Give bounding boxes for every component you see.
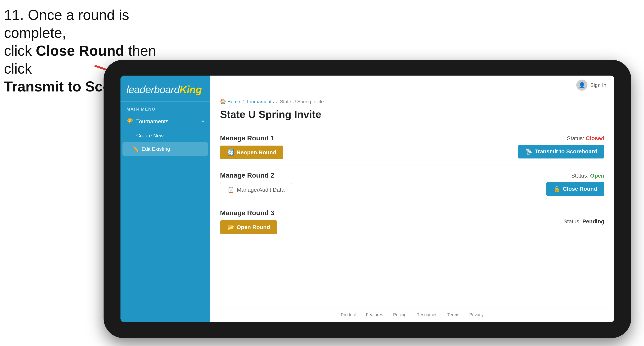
instruction-line1: 11. Once a round is complete,	[4, 7, 129, 41]
close-round-label: Close Round	[563, 186, 597, 192]
breadcrumb: 🏠 Home / Tournaments / State U Spring In…	[210, 95, 614, 106]
transmit-icon: 📡	[525, 148, 532, 155]
page-title: State U Spring Invite	[220, 108, 604, 120]
round-3-status: Status: Pending	[564, 218, 604, 225]
open-round-label: Open Round	[236, 224, 270, 230]
breadcrumb-home[interactable]: 🏠 Home	[220, 99, 240, 104]
sidebar-tournaments-label: Tournaments	[136, 118, 199, 125]
chevron-down-icon: ▾	[202, 119, 204, 124]
edit-icon: ✏️	[132, 146, 139, 152]
tablet-screen: leaderboardKing MAIN MENU 🏆 Tournaments …	[120, 76, 614, 322]
plus-icon: +	[130, 133, 134, 139]
round-1-status-value: Closed	[586, 135, 604, 141]
round-2-right: Status: Open 🔒 Close Round	[546, 173, 604, 196]
round-1-left: Manage Round 1 🔄 Reopen Round	[220, 134, 283, 159]
round-2-title: Manage Round 2	[220, 172, 292, 179]
trophy-icon: 🏆	[126, 118, 134, 125]
open-round-button[interactable]: 📂 Open Round	[220, 220, 277, 234]
round-2-left: Manage Round 2 📋 Manage/Audit Data	[220, 172, 292, 197]
logo-suffix: King	[180, 84, 202, 95]
transmit-to-scoreboard-button[interactable]: 📡 Transmit to Scoreboard	[518, 145, 604, 159]
create-new-label: Create New	[136, 133, 164, 139]
instruction-line2: click	[4, 43, 36, 59]
breadcrumb-sep-1: /	[242, 99, 244, 104]
reopen-round-button[interactable]: 🔄 Reopen Round	[220, 146, 283, 159]
round-1-right: Status: Closed 📡 Transmit to Scoreboard	[518, 135, 604, 159]
manage-audit-data-button[interactable]: 📋 Manage/Audit Data	[220, 183, 292, 197]
app-container: leaderboardKing MAIN MENU 🏆 Tournaments …	[120, 76, 614, 322]
footer-terms[interactable]: Terms	[448, 312, 460, 317]
header-bar: 👤 Sign In	[210, 76, 614, 95]
sign-in-label: Sign In	[590, 82, 606, 88]
footer: Product Features Pricing Resources Terms…	[210, 307, 614, 322]
page-content: State U Spring Invite Manage Round 1 🔄 R…	[210, 106, 614, 307]
logo: leaderboardKing	[126, 84, 204, 95]
manage-audit-data-label: Manage/Audit Data	[237, 187, 284, 193]
sidebar-item-create-new[interactable]: + Create New	[120, 129, 210, 142]
sidebar-item-edit-existing[interactable]: ✏️ Edit Existing	[122, 142, 208, 156]
round-3-section: Manage Round 3 📂 Open Round Status: Pend…	[220, 203, 604, 240]
transmit-to-scoreboard-label: Transmit to Scoreboard	[535, 148, 597, 155]
round-2-status-value: Open	[590, 173, 604, 179]
tablet-device: leaderboardKing MAIN MENU 🏆 Tournaments …	[104, 60, 631, 338]
round-3-right: Status: Pending	[564, 218, 604, 225]
breadcrumb-current: State U Spring Invite	[280, 99, 324, 104]
footer-resources[interactable]: Resources	[416, 312, 437, 317]
reopen-icon: 🔄	[227, 149, 234, 156]
round-1-status: Status: Closed	[567, 135, 604, 142]
audit-icon: 📋	[228, 186, 234, 193]
footer-product[interactable]: Product	[341, 312, 356, 317]
sidebar-item-tournaments[interactable]: 🏆 Tournaments ▾	[120, 114, 210, 129]
close-round-button[interactable]: 🔒 Close Round	[546, 182, 604, 196]
round-3-title: Manage Round 3	[220, 209, 277, 217]
lock-icon: 🔒	[554, 186, 560, 192]
round-3-left: Manage Round 3 📂 Open Round	[220, 209, 277, 234]
sidebar-nav: 🏆 Tournaments ▾ + Create New ✏️ Edit Exi…	[120, 114, 210, 156]
sidebar-logo: leaderboardKing	[120, 76, 210, 102]
round-1-section: Manage Round 1 🔄 Reopen Round Status: Cl…	[220, 128, 604, 166]
round-2-status: Status: Open	[571, 173, 604, 179]
folder-icon: 📂	[227, 224, 234, 230]
avatar: 👤	[576, 80, 588, 91]
reopen-round-label: Reopen Round	[236, 149, 276, 156]
footer-pricing[interactable]: Pricing	[393, 312, 406, 317]
footer-features[interactable]: Features	[366, 312, 383, 317]
sign-in-area[interactable]: 👤 Sign In	[576, 80, 606, 91]
sidebar-section-label: MAIN MENU	[120, 102, 210, 114]
breadcrumb-tournaments[interactable]: Tournaments	[246, 99, 274, 104]
round-3-status-value: Pending	[582, 218, 604, 224]
main-content: 👤 Sign In 🏠 Home / Tournaments / State U…	[210, 76, 614, 322]
sidebar: leaderboardKing MAIN MENU 🏆 Tournaments …	[120, 76, 210, 322]
instruction-bold1: Close Round	[36, 43, 124, 59]
footer-privacy[interactable]: Privacy	[469, 312, 484, 317]
logo-prefix: leaderboard	[126, 84, 180, 95]
round-2-section: Manage Round 2 📋 Manage/Audit Data Statu…	[220, 166, 604, 203]
round-1-title: Manage Round 1	[220, 134, 283, 142]
breadcrumb-sep-2: /	[276, 99, 278, 104]
edit-existing-label: Edit Existing	[142, 146, 170, 152]
